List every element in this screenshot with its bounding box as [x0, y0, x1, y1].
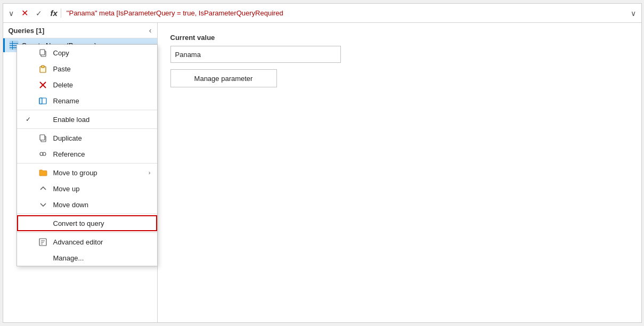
- menu-item-copy[interactable]: Copy: [17, 45, 157, 61]
- formula-bar-content: "Panama" meta [IsParameterQuery = true, …: [67, 9, 625, 17]
- move-down-icon: [38, 200, 48, 209]
- app-window: ∨ ✕ ✓ fx "Panama" meta [IsParameterQuery…: [3, 3, 642, 323]
- copy-label: Copy: [53, 49, 151, 57]
- divider-3: [17, 163, 157, 164]
- menu-item-paste[interactable]: Paste: [17, 61, 157, 77]
- move-down-label: Move down: [53, 201, 151, 209]
- menu-item-reference[interactable]: Reference: [17, 146, 157, 162]
- advanced-editor-icon: [38, 237, 48, 247]
- sidebar-header: Queries [1] ‹: [3, 23, 157, 38]
- formula-bar: ∨ ✕ ✓ fx "Panama" meta [IsParameterQuery…: [3, 4, 641, 23]
- manage-label: Manage...: [53, 254, 151, 262]
- svg-rect-4: [12, 41, 13, 50]
- right-panel: Current value Panama Manage parameter: [158, 23, 641, 322]
- menu-item-manage[interactable]: Manage...: [17, 250, 157, 266]
- context-menu: Copy Paste: [17, 44, 158, 266]
- current-value-display: Panama: [170, 46, 341, 63]
- move-group-arrow: ›: [149, 169, 151, 176]
- divider-1: [17, 110, 157, 110]
- menu-item-advanced-editor[interactable]: Advanced editor: [17, 234, 157, 250]
- main-content: Queries [1] ‹ CountryName (Panama): [3, 23, 641, 322]
- menu-item-move-to-group[interactable]: Move to group ›: [17, 165, 157, 181]
- convert-to-query-label: Convert to query: [53, 219, 151, 227]
- advanced-editor-label: Advanced editor: [53, 238, 151, 246]
- svg-rect-1: [10, 43, 18, 44]
- menu-item-enable-load[interactable]: ✓ Enable load: [17, 111, 157, 127]
- manage-icon: [38, 253, 48, 263]
- formula-bar-check-button[interactable]: ✓: [34, 8, 44, 19]
- formula-bar-fx: fx: [47, 9, 61, 18]
- enable-load-check: ✓: [23, 116, 33, 123]
- formula-bar-chevron[interactable]: ∨: [6, 8, 16, 19]
- paste-label: Paste: [53, 65, 151, 73]
- menu-item-move-up[interactable]: Move up: [17, 181, 157, 197]
- enable-load-icon: [38, 115, 48, 124]
- folder-icon: [38, 168, 48, 177]
- sidebar: Queries [1] ‹ CountryName (Panama): [3, 23, 158, 322]
- formula-bar-expand[interactable]: ∨: [629, 8, 638, 19]
- menu-item-move-down[interactable]: Move down: [17, 197, 157, 213]
- copy-icon: [38, 48, 48, 58]
- menu-item-convert-to-query[interactable]: Convert to query: [17, 215, 157, 231]
- sidebar-title: Queries [1]: [9, 27, 45, 35]
- svg-rect-6: [40, 50, 45, 55]
- rename-label: Rename: [53, 97, 151, 105]
- move-to-group-label: Move to group: [53, 169, 143, 177]
- convert-icon: [38, 218, 48, 228]
- move-up-icon: [38, 184, 48, 193]
- reference-icon: [38, 149, 48, 159]
- duplicate-label: Duplicate: [53, 134, 151, 142]
- enable-load-label: Enable load: [53, 116, 151, 124]
- divider-5: [17, 232, 157, 233]
- formula-bar-x-button[interactable]: ✕: [19, 7, 30, 19]
- delete-icon: [38, 80, 48, 89]
- divider-4: [17, 214, 157, 214]
- svg-rect-8: [42, 66, 44, 68]
- duplicate-icon: [38, 133, 48, 143]
- move-up-label: Move up: [53, 185, 151, 193]
- sidebar-collapse-button[interactable]: ‹: [149, 26, 152, 35]
- rename-icon: [38, 96, 48, 105]
- delete-label: Delete: [53, 81, 151, 89]
- menu-item-rename[interactable]: Rename: [17, 93, 157, 109]
- svg-rect-12: [39, 98, 42, 104]
- reference-label: Reference: [53, 150, 151, 158]
- divider-2: [17, 128, 157, 129]
- svg-rect-14: [40, 135, 45, 140]
- current-value-label: Current value: [170, 34, 629, 42]
- paste-icon: [38, 64, 48, 74]
- menu-item-duplicate[interactable]: Duplicate: [17, 130, 157, 146]
- manage-parameter-button[interactable]: Manage parameter: [170, 69, 277, 87]
- menu-item-delete[interactable]: Delete: [17, 77, 157, 93]
